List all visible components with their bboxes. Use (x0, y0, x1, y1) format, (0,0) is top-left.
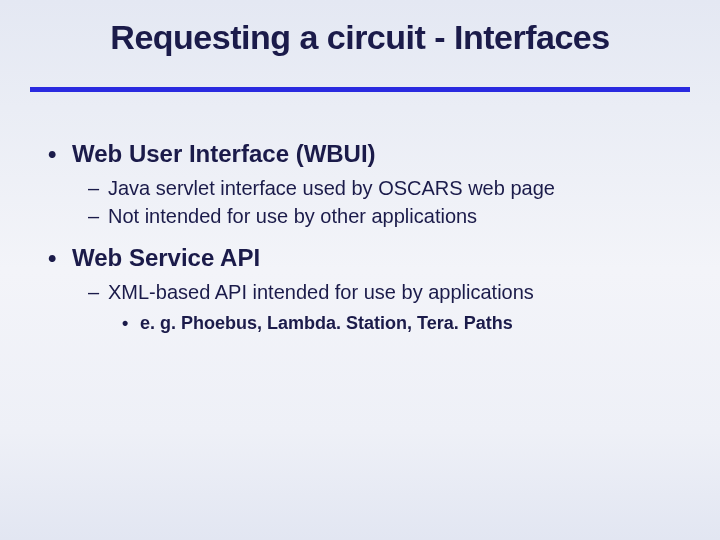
bullet-list: Web User Interface (WBUI) Java servlet i… (40, 140, 680, 337)
bullet-label: e. g. Phoebus, Lambda. Station, Tera. Pa… (140, 313, 513, 333)
list-item: Java servlet interface used by OSCARS we… (82, 174, 680, 202)
list-item: e. g. Phoebus, Lambda. Station, Tera. Pa… (118, 310, 680, 337)
sub-list: XML-based API intended for use by applic… (72, 278, 680, 337)
title-divider (30, 87, 690, 92)
list-item: XML-based API intended for use by applic… (82, 278, 680, 337)
list-item: Web User Interface (WBUI) Java servlet i… (40, 140, 680, 230)
bullet-label: Not intended for use by other applicatio… (108, 205, 477, 227)
slide-title: Requesting a circuit - Interfaces (40, 18, 680, 87)
bullet-label: Web Service API (72, 244, 260, 271)
list-item: Not intended for use by other applicatio… (82, 202, 680, 230)
bullet-label: Java servlet interface used by OSCARS we… (108, 177, 555, 199)
list-item: Web Service API XML-based API intended f… (40, 244, 680, 337)
sub-list: Java servlet interface used by OSCARS we… (72, 174, 680, 230)
sub-sub-list: e. g. Phoebus, Lambda. Station, Tera. Pa… (108, 310, 680, 337)
bullet-label: Web User Interface (WBUI) (72, 140, 376, 167)
bullet-label: XML-based API intended for use by applic… (108, 281, 534, 303)
slide: Requesting a circuit - Interfaces Web Us… (0, 0, 720, 391)
